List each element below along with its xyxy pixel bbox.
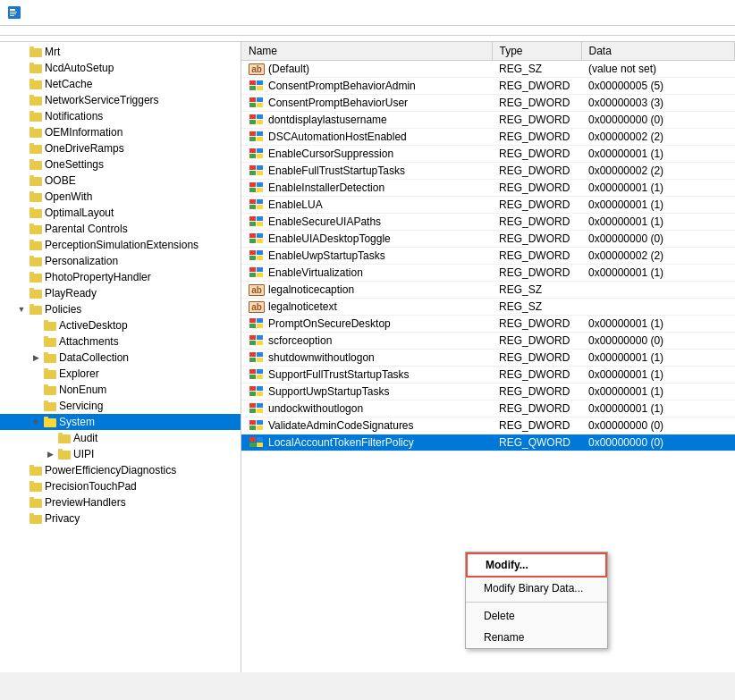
table-row[interactable]: SupportFullTrustStartupTasksREG_DWORD0x0…	[241, 367, 735, 384]
svg-rect-92	[257, 188, 263, 192]
svg-rect-124	[257, 358, 263, 362]
table-row[interactable]: PromptOnSecureDesktopREG_DWORD0x00000001…	[241, 316, 735, 333]
tree-item-oobe[interactable]: OOBE	[0, 173, 241, 189]
tree-item-previewhandlers[interactable]: PreviewHandlers	[0, 494, 241, 510]
tree-item-optimallayout[interactable]: OptimalLayout	[0, 205, 241, 221]
tree-item-datacollection[interactable]: ▶DataCollection	[0, 350, 241, 366]
tree-label: ActiveDesktop	[59, 319, 128, 332]
reg-name-text: (Default)	[268, 63, 309, 75]
tree-item-nonenum[interactable]: NonEnum	[0, 382, 241, 398]
context-menu-item-rename[interactable]: Rename	[466, 627, 607, 648]
tree-item-uipi[interactable]: ▶UIPI	[0, 446, 241, 462]
tree-item-system[interactable]: ▼System	[0, 414, 241, 430]
table-row[interactable]: dontdisplaylastusernameREG_DWORD0x000000…	[241, 112, 735, 129]
tree-item-servicing[interactable]: Servicing	[0, 398, 241, 414]
table-row[interactable]: EnableUwpStartupTasksREG_DWORD0x00000002…	[241, 248, 735, 265]
table-row[interactable]: EnableSecureUIAPathsREG_DWORD0x00000001 …	[241, 214, 735, 231]
tree-item-policies[interactable]: ▼Policies	[0, 301, 241, 317]
tree-label: Policies	[45, 303, 81, 316]
tree-expander[interactable]: ▶	[43, 447, 57, 461]
table-row[interactable]: EnableCursorSuppressionREG_DWORD0x000000…	[241, 146, 735, 163]
table-row[interactable]: shutdownwithoutlogonREG_DWORD0x00000001 …	[241, 350, 735, 367]
reg-sz-icon: ab	[249, 63, 265, 75]
tree-item-privacy[interactable]: Privacy	[0, 510, 241, 527]
table-row[interactable]: ConsentPromptBehaviorAdminREG_DWORD0x000…	[241, 78, 735, 95]
reg-data-cell: 0x00000005 (5)	[581, 78, 735, 95]
table-row[interactable]: EnableVirtualizationREG_DWORD0x00000001 …	[241, 265, 735, 282]
reg-dword-icon	[249, 419, 265, 432]
table-row[interactable]: scforceoptionREG_DWORD0x00000000 (0)	[241, 333, 735, 350]
tree-item-oeminformation[interactable]: OEMInformation	[0, 124, 241, 140]
table-row[interactable]: ab(Default)REG_SZ(value not set)	[241, 61, 735, 78]
table-row[interactable]: LocalAccountTokenFilterPolicyREG_QWORD0x…	[241, 434, 735, 451]
tree-item-activedesktop[interactable]: ActiveDesktop	[0, 317, 241, 333]
tree-item-networkservicetriggers[interactable]: NetworkServiceTriggers	[0, 92, 241, 108]
reg-type-cell: REG_DWORD	[492, 214, 581, 231]
tree-item-powerefficiencydiagnostics[interactable]: PowerEfficiencyDiagnostics	[0, 462, 241, 478]
col-header-name[interactable]: Name	[241, 42, 492, 61]
table-row[interactable]: EnableUIADesktopToggleREG_DWORD0x0000000…	[241, 231, 735, 248]
table-row[interactable]: EnableInstallerDetectionREG_DWORD0x00000…	[241, 180, 735, 197]
svg-rect-121	[249, 352, 256, 357]
reg-name-text: DSCAutomationHostEnabled	[268, 131, 407, 143]
col-header-data[interactable]: Data	[581, 42, 735, 61]
table-row[interactable]: EnableLUAREG_DWORD0x00000001 (1)	[241, 197, 735, 214]
menu-edit[interactable]	[20, 28, 34, 33]
tree-label: OneSettings	[45, 158, 104, 171]
tree-item-perceptionsimulationextensions[interactable]: PerceptionSimulationExtensions	[0, 237, 241, 253]
folder-icon	[29, 512, 43, 525]
reg-type-cell: REG_DWORD	[492, 417, 581, 434]
tree-expander	[14, 77, 29, 91]
tree-item-personalization[interactable]: Personalization	[0, 253, 241, 269]
menu-favorites[interactable]	[52, 28, 66, 33]
tree-item-openwith[interactable]: OpenWith	[0, 189, 241, 205]
reg-name-text: legalnoticecaption	[268, 283, 354, 296]
svg-rect-67	[249, 86, 256, 90]
tree-item-photopropertyhandler[interactable]: PhotoPropertyHandler	[0, 269, 241, 285]
reg-dword-icon	[249, 97, 265, 109]
svg-rect-54	[58, 434, 71, 443]
tree-pane[interactable]: MrtNcdAutoSetupNetCacheNetworkServiceTri…	[0, 42, 241, 672]
tree-item-onedriveramps[interactable]: OneDriveRamps	[0, 140, 241, 156]
tree-item-audit[interactable]: Audit	[0, 430, 241, 446]
tree-item-explorer[interactable]: Explorer	[0, 366, 241, 382]
tree-expander[interactable]: ▶	[29, 350, 43, 365]
col-header-type[interactable]: Type	[492, 42, 581, 61]
tree-item-onesettings[interactable]: OneSettings	[0, 156, 241, 173]
tree-item-playready[interactable]: PlayReady	[0, 285, 241, 301]
folder-icon	[29, 190, 43, 203]
tree-item-precisiontouchpad[interactable]: PrecisionTouchPad	[0, 478, 241, 494]
tree-item-mrt[interactable]: Mrt	[0, 44, 241, 60]
tree-item-ncdautoseup[interactable]: NcdAutoSetup	[0, 60, 241, 76]
svg-rect-75	[249, 120, 256, 124]
svg-rect-132	[257, 392, 263, 396]
table-row[interactable]: ValidateAdminCodeSignaturesREG_DWORD0x00…	[241, 417, 735, 434]
table-row[interactable]: SupportUwpStartupTasksREG_DWORD0x0000000…	[241, 384, 735, 401]
context-menu-item-delete[interactable]: Delete	[466, 605, 607, 627]
table-row[interactable]: DSCAutomationHostEnabledREG_DWORD0x00000…	[241, 129, 735, 146]
folder-icon	[29, 271, 43, 283]
menu-help[interactable]	[68, 28, 82, 33]
folder-icon	[57, 432, 72, 444]
tree-expander[interactable]: ▼	[29, 415, 43, 429]
table-row[interactable]: ablegalnoticetextREG_SZ	[241, 299, 735, 316]
tree-expander[interactable]: ▼	[14, 302, 29, 316]
svg-rect-99	[249, 222, 256, 226]
tree-item-notifications[interactable]: Notifications	[0, 108, 241, 124]
context-menu-item-modify[interactable]: Modify...	[466, 552, 607, 578]
tree-item-netcache[interactable]: NetCache	[0, 76, 241, 92]
tree-label: OneDriveRamps	[45, 142, 124, 155]
svg-rect-66	[257, 80, 263, 85]
table-row[interactable]: ablegalnoticecaptionREG_SZ	[241, 282, 735, 299]
menu-view[interactable]	[36, 28, 50, 33]
menu-file[interactable]	[4, 28, 18, 33]
table-row[interactable]: undockwithoutlogonREG_DWORD0x00000001 (1…	[241, 401, 735, 417]
table-row[interactable]: ConsentPromptBehaviorUserREG_DWORD0x0000…	[241, 95, 735, 112]
context-menu-item-modify-binary[interactable]: Modify Binary Data...	[466, 578, 607, 599]
svg-rect-82	[257, 148, 263, 153]
tree-item-attachments[interactable]: Attachments	[0, 333, 241, 350]
table-row[interactable]: EnableFullTrustStartupTasksREG_DWORD0x00…	[241, 163, 735, 180]
tree-item-parentalcontrols[interactable]: Parental Controls	[0, 221, 241, 237]
svg-rect-22	[30, 177, 42, 186]
reg-name-cell: EnableVirtualization	[241, 265, 492, 282]
